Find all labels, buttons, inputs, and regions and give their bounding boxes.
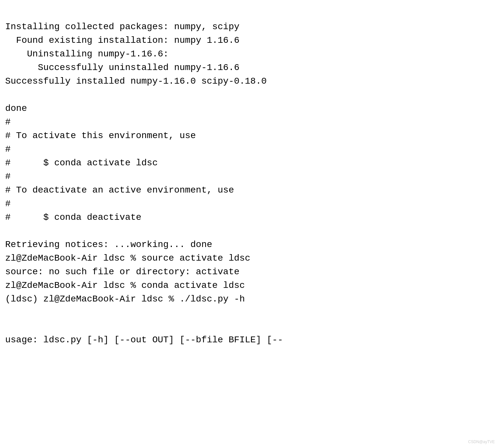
terminal-line: # (5, 143, 493, 156)
terminal-line: (ldsc) zl@ZdeMacBook-Air ldsc % ./ldsc.p… (5, 292, 493, 306)
terminal-line (5, 88, 493, 102)
terminal-line: usage: ldsc.py [-h] [--out OUT] [--bfile… (5, 333, 493, 347)
terminal-line: # $ conda activate ldsc (5, 156, 493, 170)
terminal-line: zl@ZdeMacBook-Air ldsc % conda activate … (5, 279, 493, 292)
terminal-line: Found existing installation: numpy 1.16.… (5, 34, 493, 47)
terminal-line: done (5, 102, 493, 115)
terminal-line: # (5, 197, 493, 211)
terminal-line: Retrieving notices: ...working... done (5, 238, 493, 252)
terminal-line (5, 320, 493, 333)
terminal-line: # (5, 170, 493, 183)
terminal-line: # To activate this environment, use (5, 129, 493, 143)
terminal-output: Installing collected packages: numpy, sc… (5, 6, 493, 347)
terminal-line: Successfully installed numpy-1.16.0 scip… (5, 75, 493, 88)
terminal-line: Successfully uninstalled numpy-1.16.6 (5, 61, 493, 75)
terminal-line: Uninstalling numpy-1.16.6: (5, 47, 493, 61)
terminal-line (5, 306, 493, 320)
terminal-line: source: no such file or directory: activ… (5, 265, 493, 279)
terminal-line: # $ conda deactivate (5, 211, 493, 224)
watermark: CSDN@ayTVE (468, 439, 495, 445)
terminal-line: zl@ZdeMacBook-Air ldsc % source activate… (5, 252, 493, 265)
terminal-line: Installing collected packages: numpy, sc… (5, 20, 493, 34)
terminal-line: # (5, 115, 493, 129)
terminal-line: # To deactivate an active environment, u… (5, 183, 493, 197)
terminal-line (5, 224, 493, 238)
